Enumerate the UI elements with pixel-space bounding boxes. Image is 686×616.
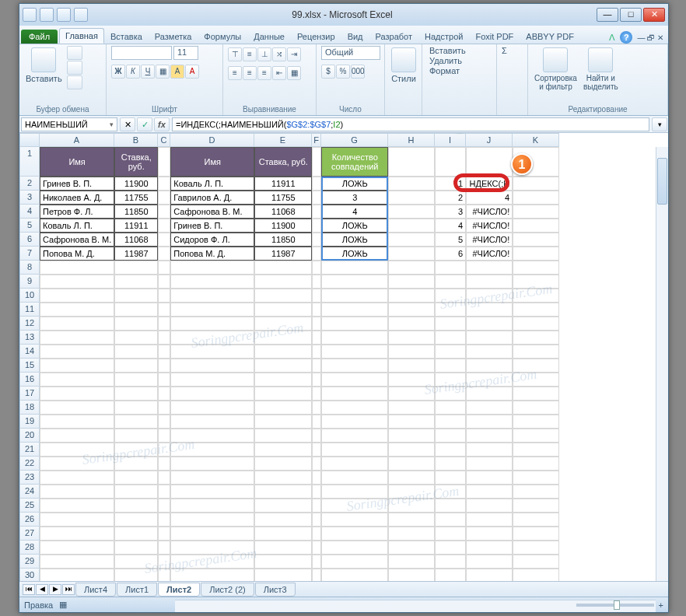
- cell[interactable]: [114, 527, 158, 541]
- cell[interactable]: [466, 527, 513, 541]
- cell[interactable]: [388, 247, 435, 261]
- cell[interactable]: [312, 275, 321, 289]
- row-header[interactable]: 10: [19, 289, 40, 303]
- cell[interactable]: [435, 401, 466, 415]
- border-button[interactable]: ▦: [156, 65, 170, 79]
- cell[interactable]: Коваль Л. П.: [40, 219, 114, 233]
- cell[interactable]: [114, 415, 158, 429]
- currency-button[interactable]: $: [321, 65, 335, 79]
- cell[interactable]: [321, 569, 388, 581]
- cell[interactable]: [158, 499, 170, 513]
- align-right-button[interactable]: ≡: [257, 66, 271, 80]
- cell[interactable]: [40, 541, 114, 555]
- cell[interactable]: [513, 429, 559, 443]
- row-header[interactable]: 11: [19, 303, 40, 317]
- cell[interactable]: Коваль Л. П.: [170, 177, 254, 191]
- cell[interactable]: [40, 527, 114, 541]
- cell[interactable]: [158, 513, 170, 527]
- tab-layout[interactable]: Разметка: [149, 29, 198, 44]
- cell[interactable]: [170, 569, 254, 581]
- cell[interactable]: [254, 457, 312, 471]
- cell[interactable]: [158, 457, 170, 471]
- cell[interactable]: [158, 289, 170, 303]
- cell[interactable]: [321, 443, 388, 457]
- cell[interactable]: [466, 513, 513, 527]
- cell[interactable]: [158, 443, 170, 457]
- sheet-tab[interactable]: Лист4: [75, 583, 116, 597]
- cell[interactable]: [158, 191, 170, 205]
- cell[interactable]: [435, 541, 466, 555]
- cell[interactable]: [513, 485, 559, 499]
- cell[interactable]: [114, 555, 158, 569]
- cell[interactable]: [114, 331, 158, 345]
- cell[interactable]: 1: [435, 177, 466, 191]
- row-header[interactable]: 21: [19, 443, 40, 457]
- underline-button[interactable]: Ч: [141, 65, 155, 79]
- cell[interactable]: #ЧИСЛО!: [466, 205, 513, 219]
- cell[interactable]: [513, 177, 559, 191]
- cell[interactable]: [114, 457, 158, 471]
- cell[interactable]: [513, 457, 559, 471]
- cell[interactable]: [40, 569, 114, 581]
- formula-bar[interactable]: =ИНДЕКС(;НАИМЕНЬШИЙ($G$2:$G$7;I2) ИНДЕКС…: [172, 117, 649, 131]
- vscroll-thumb[interactable]: [657, 158, 667, 205]
- vertical-scrollbar[interactable]: [656, 147, 668, 581]
- row-header[interactable]: 5: [19, 219, 40, 233]
- cell[interactable]: [40, 275, 114, 289]
- cell[interactable]: [513, 261, 559, 275]
- cell[interactable]: [170, 289, 254, 303]
- cell[interactable]: [388, 569, 435, 581]
- tab-view[interactable]: Вид: [341, 29, 369, 44]
- percent-button[interactable]: %: [336, 65, 350, 79]
- cell[interactable]: Гринев В. П.: [40, 177, 114, 191]
- cell[interactable]: [321, 331, 388, 345]
- cell[interactable]: [170, 261, 254, 275]
- cell[interactable]: [513, 527, 559, 541]
- cell[interactable]: [513, 401, 559, 415]
- cell[interactable]: [158, 331, 170, 345]
- cell[interactable]: [312, 303, 321, 317]
- cell[interactable]: [321, 275, 388, 289]
- cell[interactable]: [158, 555, 170, 569]
- cell[interactable]: [40, 485, 114, 499]
- cell[interactable]: [388, 429, 435, 443]
- row-header[interactable]: 3: [19, 191, 40, 205]
- cell[interactable]: [388, 555, 435, 569]
- cell[interactable]: [40, 429, 114, 443]
- cell[interactable]: [170, 499, 254, 513]
- zoom-in-button[interactable]: +: [659, 600, 663, 610]
- cell[interactable]: [321, 387, 388, 401]
- cell[interactable]: [170, 345, 254, 359]
- cell[interactable]: 11911: [254, 177, 312, 191]
- cell[interactable]: ЛОЖЬ: [321, 247, 388, 261]
- zoom-thumb[interactable]: [614, 600, 620, 610]
- cell[interactable]: [466, 331, 513, 345]
- cell[interactable]: [513, 499, 559, 513]
- tab-abbyy[interactable]: ABBYY PDF: [520, 29, 580, 44]
- cell[interactable]: [321, 513, 388, 527]
- row-header[interactable]: 12: [19, 317, 40, 331]
- cell[interactable]: 5: [435, 233, 466, 247]
- cell[interactable]: [254, 527, 312, 541]
- col-header[interactable]: E: [254, 133, 312, 147]
- cell[interactable]: [170, 485, 254, 499]
- cell[interactable]: [114, 317, 158, 331]
- cell[interactable]: [388, 541, 435, 555]
- cell[interactable]: [466, 345, 513, 359]
- col-header[interactable]: C: [158, 133, 170, 147]
- cell[interactable]: [513, 471, 559, 485]
- cut-icon[interactable]: [67, 46, 82, 60]
- cell[interactable]: [170, 527, 254, 541]
- cell[interactable]: [158, 569, 170, 581]
- cell[interactable]: [435, 555, 466, 569]
- cell[interactable]: [158, 317, 170, 331]
- row-header[interactable]: 2: [19, 177, 40, 191]
- font-size-select[interactable]: 11: [173, 46, 198, 60]
- cell[interactable]: [170, 471, 254, 485]
- cell[interactable]: [158, 247, 170, 261]
- name-box[interactable]: НАИМЕНЬШИЙ ▾: [21, 117, 117, 131]
- col-header[interactable]: A: [40, 133, 114, 147]
- window-controls-doc[interactable]: — 🗗 ✕: [637, 33, 663, 42]
- cell[interactable]: [158, 177, 170, 191]
- cell[interactable]: [388, 457, 435, 471]
